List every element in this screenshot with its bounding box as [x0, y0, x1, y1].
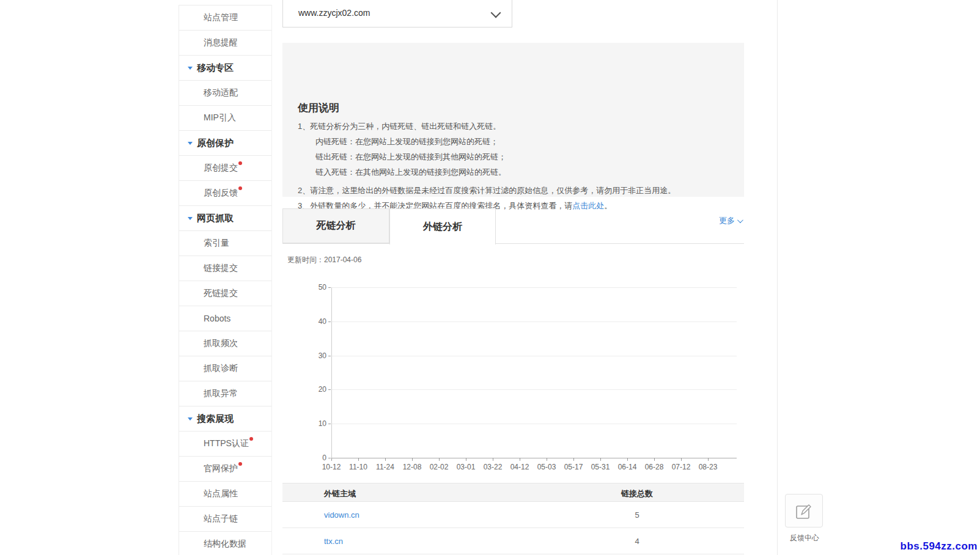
- y-axis-label: 0: [284, 454, 326, 462]
- x-axis-tick: [627, 458, 628, 461]
- sidebar-item-1[interactable]: 消息提醒: [179, 30, 271, 55]
- y-axis-tick: [328, 389, 331, 390]
- x-axis-tick: [681, 458, 682, 461]
- x-axis-line: [331, 458, 737, 458]
- sidebar-section-header-8[interactable]: 网页抓取: [179, 205, 271, 230]
- sidebar-item-label: 移动专区: [197, 62, 234, 74]
- x-axis-label: 12-08: [398, 463, 426, 471]
- update-time-text: 更新时间：2017-04-06: [287, 255, 361, 265]
- sidebar-item-label: 链接提交: [204, 263, 238, 274]
- y-axis-line: [331, 287, 332, 458]
- sidebar-item-11[interactable]: 死链提交: [179, 281, 271, 306]
- x-axis-tick: [466, 458, 466, 461]
- analysis-tabstrip: 死链分析 外链分析: [282, 208, 744, 244]
- notification-dot: [238, 186, 242, 190]
- x-axis-tick: [600, 458, 601, 461]
- site-selector-value: www.zzycjx02.com: [298, 8, 370, 18]
- sidebar-item-label: 站点属性: [204, 488, 238, 499]
- sidebar-item-21[interactable]: 结构化数据: [179, 531, 271, 555]
- notification-dot: [238, 161, 242, 165]
- chart-gridline: [331, 322, 737, 322]
- y-axis-tick: [328, 287, 331, 288]
- usage-instructions-panel: 使用说明 1、死链分析分为三种，内链死链、链出死链和链入死链。 内链死链：在您网…: [282, 43, 744, 197]
- x-axis-label: 08-23: [694, 463, 722, 471]
- feedback-center-button[interactable]: [785, 494, 823, 527]
- sidebar-item-7[interactable]: 原创反馈: [179, 180, 271, 205]
- sidebar-item-label: 搜索展现: [197, 413, 234, 425]
- sidebar-section-header-5[interactable]: 原创保护: [179, 130, 271, 155]
- x-axis-tick: [708, 458, 709, 461]
- x-axis-label: 06-14: [613, 463, 641, 471]
- watermark-text: bbs.594zz.com: [901, 540, 978, 553]
- y-axis-tick: [328, 458, 331, 458]
- y-axis-label: 40: [284, 317, 326, 326]
- sidebar-item-label: MIP引入: [204, 112, 236, 123]
- tab-label: 外链分析: [423, 221, 462, 233]
- sidebar-item-19[interactable]: 站点属性: [179, 481, 271, 506]
- column-header-domain: 外链主域: [324, 488, 356, 499]
- link-count-value: 4: [551, 537, 723, 546]
- x-axis-label: 11-10: [344, 463, 372, 471]
- instructions-heading: 使用说明: [298, 101, 339, 115]
- sidebar-item-9[interactable]: 索引量: [179, 230, 271, 255]
- sidebar-item-0[interactable]: 站点管理: [179, 5, 271, 30]
- x-axis-tick: [385, 458, 386, 461]
- sidebar-item-15[interactable]: 抓取异常: [179, 381, 271, 406]
- tab-dead-link-analysis[interactable]: 死链分析: [282, 208, 389, 243]
- x-axis-tick: [358, 458, 359, 461]
- triangle-down-icon: [188, 142, 193, 145]
- sidebar-item-label: HTTPS认证: [204, 438, 249, 449]
- instruction-line-1: 1、死链分析分为三种，内链死链、链出死链和链入死链。: [298, 121, 501, 132]
- x-axis-tick: [439, 458, 440, 461]
- x-axis-label: 02-02: [425, 463, 453, 471]
- sidebar-item-label: 索引量: [204, 238, 229, 249]
- sidebar-item-label: 官网保护: [204, 463, 238, 474]
- triangle-down-icon: [188, 417, 193, 421]
- sidebar-item-label: 原创提交: [204, 163, 238, 174]
- sidebar-nav: 站点管理消息提醒移动专区移动适配MIP引入原创保护原创提交原创反馈网页抓取索引量…: [179, 5, 272, 555]
- table-row: vidown.cn5: [282, 502, 744, 528]
- sidebar-item-4[interactable]: MIP引入: [179, 105, 271, 130]
- x-axis-label: 04-12: [506, 463, 534, 471]
- y-axis-tick: [328, 322, 331, 322]
- x-axis-label: 05-03: [532, 463, 561, 471]
- sidebar-item-label: Robots: [204, 314, 230, 323]
- chart-gridline: [331, 356, 737, 356]
- sidebar-item-6[interactable]: 原创提交: [179, 155, 271, 180]
- sidebar-item-14[interactable]: 抓取诊断: [179, 356, 271, 381]
- tab-external-link-analysis[interactable]: 外链分析: [389, 208, 496, 244]
- site-selector-dropdown[interactable]: www.zzycjx02.com: [282, 0, 512, 28]
- sidebar-item-label: 抓取诊断: [204, 363, 238, 374]
- instruction-subline-3: 链入死链：在其他网站上发现的链接到您网站的死链。: [315, 167, 506, 178]
- instruction-line-2: 2、请注意，这里给出的外链数据是未经过百度搜索计算过滤的原始信息，仅供参考，请勿…: [298, 185, 676, 196]
- y-axis-tick: [328, 356, 331, 356]
- y-axis-label: 20: [284, 385, 326, 394]
- sidebar-item-3[interactable]: 移动适配: [179, 80, 271, 105]
- sidebar-item-13[interactable]: 抓取频次: [179, 331, 271, 356]
- sidebar-item-17[interactable]: HTTPS认证: [179, 431, 271, 456]
- sidebar-item-label: 结构化数据: [204, 538, 246, 549]
- sidebar-item-12[interactable]: Robots: [179, 306, 271, 331]
- notification-dot: [238, 462, 242, 466]
- chevron-down-icon: [491, 8, 501, 18]
- sidebar-section-header-2[interactable]: 移动专区: [179, 55, 271, 80]
- sidebar-item-10[interactable]: 链接提交: [179, 255, 271, 281]
- y-axis-label: 10: [284, 419, 326, 428]
- link-count-value: 5: [551, 510, 723, 520]
- table-header-row: 外链主域 链接总数: [282, 483, 744, 502]
- x-axis-label: 05-17: [559, 463, 588, 471]
- sidebar-item-18[interactable]: 官网保护: [179, 456, 271, 481]
- domain-link[interactable]: ttx.cn: [324, 537, 343, 546]
- instruction-subline-1: 内链死链：在您网站上发现的链接到您网站的死链；: [315, 136, 498, 147]
- sidebar-item-label: 原创保护: [197, 138, 234, 149]
- pencil-edit-icon: [794, 501, 814, 521]
- sidebar-item-20[interactable]: 站点子链: [179, 506, 271, 531]
- sidebar-section-header-16[interactable]: 搜索展现: [179, 406, 271, 431]
- notification-dot: [249, 437, 253, 441]
- domain-link[interactable]: vidown.cn: [324, 510, 359, 520]
- y-axis-tick: [328, 424, 331, 424]
- external-link-trend-chart: 0102030405010-1211-1011-2412-0802-0203-0…: [282, 272, 744, 477]
- x-axis-label: 10-12: [317, 463, 345, 471]
- y-axis-label: 50: [284, 283, 326, 292]
- x-axis-tick: [520, 458, 520, 461]
